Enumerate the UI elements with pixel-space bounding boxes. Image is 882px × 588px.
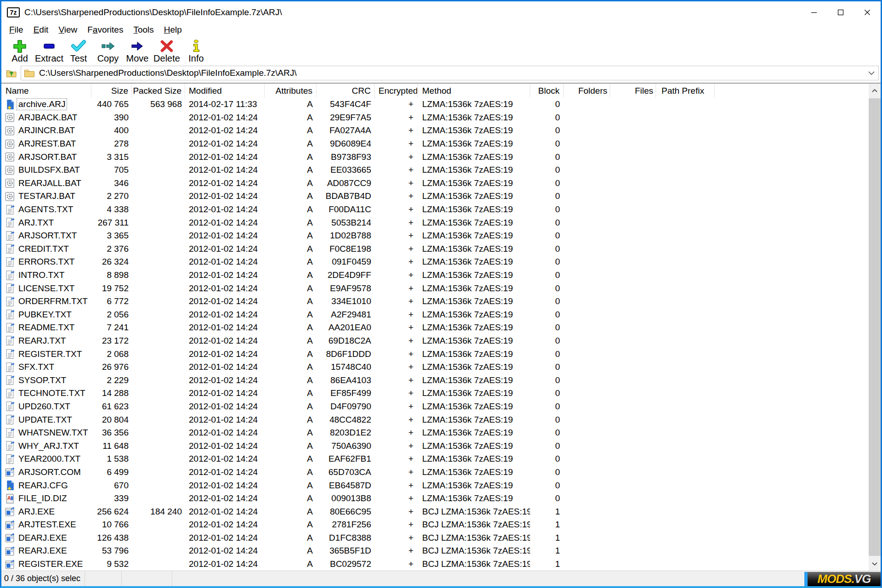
file-row[interactable]: BUILDSFX.BAT7052012-01-02 14:24AEE033665… <box>1 164 869 177</box>
file-row[interactable]: YEAR2000.TXT1 5382012-01-02 14:24AEAF62F… <box>1 452 869 466</box>
file-row[interactable]: AFILE_ID.DIZ3392012-01-02 14:24A009013B8… <box>1 492 869 505</box>
file-row[interactable]: LICENSE.TXT19 7522012-01-02 14:24AE9AF95… <box>1 282 869 295</box>
cell-name[interactable]: WHATSNEW.TXT <box>1 426 91 440</box>
menu-item-help[interactable]: Help <box>159 24 187 36</box>
parent-folder-button[interactable] <box>4 66 19 80</box>
cell-name[interactable]: UPD260.TXT <box>1 400 91 413</box>
test-button[interactable]: Test <box>64 38 93 64</box>
file-row[interactable]: REARJ.EXE53 7962012-01-02 14:24A365B5F1D… <box>1 544 869 558</box>
file-row[interactable]: PUBKEY.TXT2 0562012-01-02 14:24AA2F29481… <box>1 308 869 322</box>
extract-button[interactable]: Extract <box>34 38 64 64</box>
file-row[interactable]: ARJ.EXE256 624184 2402012-01-02 14:24A80… <box>1 505 869 518</box>
cell-name[interactable]: ARJ.EXE <box>1 505 91 518</box>
column-header-encrypted[interactable]: Encrypted <box>375 84 418 98</box>
file-row[interactable]: SYSOP.TXT2 2292012-01-02 14:24A86EA4103+… <box>1 373 869 387</box>
minimize-button[interactable] <box>801 1 827 23</box>
column-header-method[interactable]: Method <box>418 84 530 98</box>
column-header-name[interactable]: Name <box>1 84 91 98</box>
menu-item-tools[interactable]: Tools <box>128 24 158 36</box>
cell-name[interactable]: ARJ.TXT <box>1 216 91 229</box>
file-row[interactable]: ARJTEST.EXE10 7662012-01-02 14:24A2781F2… <box>1 518 869 531</box>
cell-name[interactable]: PUBKEY.TXT <box>1 308 91 322</box>
file-row[interactable]: REARJ.CFG6702012-01-02 14:24AEB64587D+LZ… <box>1 479 869 492</box>
cell-name[interactable]: REARJALL.BAT <box>1 177 91 190</box>
cell-name[interactable]: TECHNOTE.TXT <box>1 387 91 400</box>
menu-item-favorites[interactable]: Favorites <box>82 24 128 36</box>
cell-name[interactable]: ARJBACK.BAT <box>1 111 91 124</box>
delete-button[interactable]: Delete <box>152 38 181 64</box>
file-row[interactable]: ERRORS.TXT26 3242012-01-02 14:24A091F045… <box>1 255 869 269</box>
file-row[interactable]: ARJ.TXT267 3112012-01-02 14:24A5053B214+… <box>1 216 869 229</box>
cell-name[interactable]: WHY_ARJ.TXT <box>1 439 91 452</box>
column-header-modified[interactable]: Modified <box>185 84 265 98</box>
cell-name[interactable]: ARJINCR.BAT <box>1 124 91 137</box>
file-row[interactable]: INTRO.TXT8 8982012-01-02 14:24A2DE4D9FF+… <box>1 269 869 282</box>
cell-name[interactable]: AFILE_ID.DIZ <box>1 492 91 505</box>
menu-item-file[interactable]: File <box>4 24 28 36</box>
cell-name[interactable]: README.TXT <box>1 321 91 334</box>
cell-name[interactable]: LICENSE.TXT <box>1 282 91 295</box>
scroll-up-button[interactable] <box>869 84 881 97</box>
cell-name[interactable]: ARJTEST.EXE <box>1 518 91 531</box>
file-row[interactable]: ARJREST.BAT2782012-01-02 14:24A9D6089E4+… <box>1 137 869 151</box>
file-row[interactable]: README.TXT7 2412012-01-02 14:24AAA201EA0… <box>1 321 869 334</box>
file-row[interactable]: TESTARJ.BAT2 2702012-01-02 14:24ABDAB7B4… <box>1 190 869 203</box>
cell-name[interactable]: DEARJ.EXE <box>1 531 91 545</box>
file-row[interactable]: AGENTS.TXT4 3382012-01-02 14:24AF00DA11C… <box>1 203 869 216</box>
vertical-scrollbar[interactable] <box>869 84 881 571</box>
file-row[interactable]: ARJINCR.BAT4002012-01-02 14:24AFA027A4A+… <box>1 124 869 137</box>
cell-name[interactable]: ARJSORT.TXT <box>1 229 91 243</box>
file-row[interactable]: SFX.TXT26 9762012-01-02 14:24A15748C40+L… <box>1 361 869 374</box>
file-row[interactable]: ORDERFRM.TXT6 7722012-01-02 14:24A334E10… <box>1 295 869 308</box>
file-row[interactable]: ARJSORT.COM6 4992012-01-02 14:24A65D703C… <box>1 466 869 479</box>
scrollbar-track[interactable] <box>869 97 881 557</box>
cell-name[interactable]: SYSOP.TXT <box>1 373 91 387</box>
cell-name[interactable]: INTRO.TXT <box>1 269 91 282</box>
file-row[interactable]: REGISTER.EXE9 5322012-01-02 14:24ABC0295… <box>1 558 869 571</box>
cell-name[interactable]: ARJSORT.BAT <box>1 150 91 164</box>
cell-name[interactable]: ORDERFRM.TXT <box>1 295 91 308</box>
scroll-down-button[interactable] <box>869 557 881 571</box>
address-combo[interactable]: C:\Users\SharpenedProductions\Desktop\Fi… <box>21 66 879 80</box>
file-row[interactable]: REARJ.TXT23 1722012-01-02 14:24A69D18C2A… <box>1 334 869 348</box>
cell-name[interactable]: ARJREST.BAT <box>1 137 91 151</box>
copy-button[interactable]: Copy <box>93 38 123 64</box>
column-header-packed[interactable]: Packed Size <box>132 84 185 98</box>
cell-name[interactable]: BUILDSFX.BAT <box>1 164 91 177</box>
cell-name[interactable]: REARJ.CFG <box>1 479 91 492</box>
menu-item-edit[interactable]: Edit <box>28 24 54 36</box>
file-row[interactable]: UPDATE.TXT20 8042012-01-02 14:24A48CC482… <box>1 413 869 426</box>
file-row[interactable]: UPD260.TXT61 6232012-01-02 14:24AD4F0979… <box>1 400 869 413</box>
cell-name[interactable]: TESTARJ.BAT <box>1 190 91 203</box>
file-row[interactable]: CREDIT.TXT2 3762012-01-02 14:24AF0C8E198… <box>1 243 869 256</box>
file-row[interactable]: WHATSNEW.TXT36 3562012-01-02 14:24A8203D… <box>1 426 869 440</box>
cell-name[interactable]: REARJ.EXE <box>1 544 91 558</box>
column-header-files[interactable]: Files <box>610 84 656 98</box>
column-header-pathprefix[interactable]: Path Prefix <box>656 84 715 98</box>
cell-name[interactable]: UPDATE.TXT <box>1 413 91 426</box>
cell-name[interactable]: ERRORS.TXT <box>1 255 91 269</box>
column-header-block[interactable]: Block <box>530 84 564 98</box>
address-path[interactable]: C:\Users\SharpenedProductions\Desktop\Fi… <box>39 68 865 78</box>
add-button[interactable]: Add <box>5 38 34 64</box>
cell-name[interactable]: ARJSORT.COM <box>1 466 91 479</box>
column-header-crc[interactable]: CRC <box>317 84 375 98</box>
cell-name[interactable]: SFX.TXT <box>1 361 91 374</box>
file-row[interactable]: ARJSORT.BAT3 3152012-01-02 14:24AB9738F9… <box>1 150 869 164</box>
column-header-size[interactable]: Size <box>91 84 132 98</box>
cell-name[interactable]: REGISTER.EXE <box>1 558 91 571</box>
move-button[interactable]: Move <box>123 38 152 64</box>
column-header-attributes[interactable]: Attributes <box>265 84 317 98</box>
cell-name[interactable]: REARJ.TXT <box>1 334 91 348</box>
file-row[interactable]: ARJSORT.TXT3 3652012-01-02 14:24A1D02B78… <box>1 229 869 243</box>
maximize-button[interactable] <box>827 1 854 23</box>
file-row[interactable]: TECHNOTE.TXT14 2882012-01-02 14:24AEF85F… <box>1 387 869 400</box>
address-dropdown-icon[interactable] <box>865 66 878 80</box>
file-row[interactable]: WHY_ARJ.TXT11 6482012-01-02 14:24A750A63… <box>1 439 869 452</box>
file-row[interactable]: ARJBACK.BAT3902012-01-02 14:24A29E9F7A5+… <box>1 111 869 124</box>
cell-name[interactable]: archive.ARJ <box>1 98 91 111</box>
cell-name[interactable]: AGENTS.TXT <box>1 203 91 216</box>
info-button[interactable]: Info <box>181 38 211 64</box>
cell-name[interactable]: REGISTER.TXT <box>1 347 91 361</box>
menu-item-view[interactable]: View <box>53 24 82 36</box>
